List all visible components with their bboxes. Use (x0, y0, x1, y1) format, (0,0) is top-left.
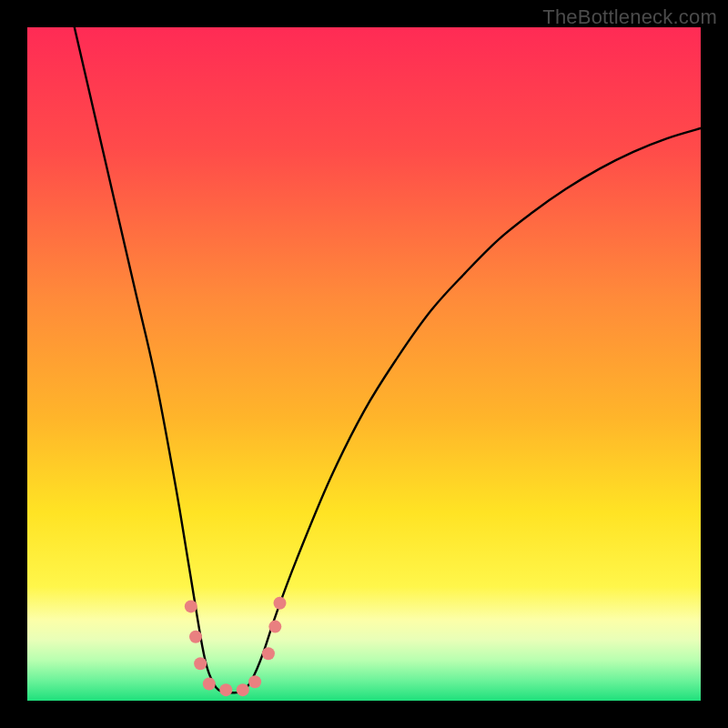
curve-marker (262, 647, 275, 660)
plot-area (27, 27, 701, 701)
curve-marker (185, 600, 197, 612)
curve-marker (274, 597, 287, 610)
curve-marker (219, 683, 232, 696)
curve-marker (203, 678, 216, 691)
curve-markers (185, 597, 287, 696)
curve-marker (189, 631, 202, 643)
curve-marker (248, 675, 261, 688)
curve-marker (268, 621, 281, 633)
watermark-text: TheBottleneck.com (542, 5, 717, 29)
chart-frame: TheBottleneck.com (0, 0, 728, 728)
curve-layer (27, 27, 701, 701)
curve-marker (194, 657, 207, 670)
curve-marker (237, 683, 249, 696)
bottleneck-curve (75, 27, 701, 693)
